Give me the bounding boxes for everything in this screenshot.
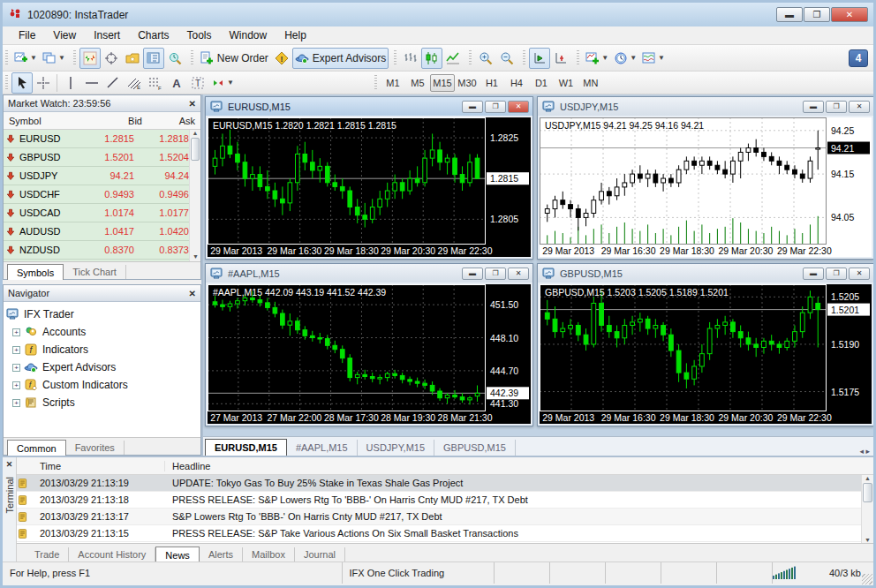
market-watch-row[interactable]: EURJPY120.75120.78 xyxy=(4,260,200,261)
menu-item-view[interactable]: View xyxy=(44,27,85,43)
scroll-up-icon[interactable]: ▲ xyxy=(862,475,873,481)
expand-plus-icon[interactable]: + xyxy=(12,346,20,354)
auto-scroll-button[interactable] xyxy=(529,48,550,69)
restore-button[interactable]: ❐ xyxy=(804,7,830,22)
navigator-item-accounts[interactable]: +Accounts xyxy=(5,323,199,341)
navigator-item-scripts[interactable]: +Scripts xyxy=(5,394,199,411)
chart-restore-button[interactable]: ❐ xyxy=(485,101,506,113)
chart-restore-button[interactable]: ❐ xyxy=(485,268,506,280)
chart-canvas[interactable]: GBPUSD,M15 1.5203 1.5205 1.5189 1.52011.… xyxy=(540,284,872,424)
crosshair-tool-button[interactable] xyxy=(33,72,54,94)
menu-item-insert[interactable]: Insert xyxy=(85,27,129,43)
timeframe-mn[interactable]: MN xyxy=(578,74,603,92)
news-row[interactable]: 2013/03/29 21:13:17S&P Lowers Rtg To 'BB… xyxy=(17,509,861,525)
scrollbar-thumb[interactable] xyxy=(863,483,872,502)
chart-close-button[interactable]: ✕ xyxy=(508,101,529,113)
chart-restore-button[interactable]: ❐ xyxy=(826,101,847,113)
chart-tab-eurusdm15[interactable]: EURUSD,M15 xyxy=(205,439,287,456)
chart-canvas[interactable]: EURUSD,M15 1.2820 1.2821 1.2815 1.28151.… xyxy=(208,117,531,257)
expand-plus-icon[interactable]: + xyxy=(12,399,20,407)
tab-tick-chart[interactable]: Tick Chart xyxy=(64,265,126,279)
timeframe-w1[interactable]: W1 xyxy=(554,74,578,92)
chart-tab-aaplm15[interactable]: #AAPL,M15 xyxy=(287,440,358,456)
profiles-button[interactable]: ▼ xyxy=(40,48,68,69)
timeframe-m30[interactable]: M30 xyxy=(455,74,480,92)
market-watch-row[interactable]: GBPUSD1.52011.5204 xyxy=(4,148,200,167)
chart-minimize-button[interactable]: ▬ xyxy=(803,268,824,280)
timeframe-m15[interactable]: M15 xyxy=(430,74,455,92)
chart-minimize-button[interactable]: ▬ xyxy=(462,101,483,113)
timeframe-h1[interactable]: H1 xyxy=(480,74,504,92)
chart-plot[interactable]: USDJPY,M15 94.21 94.25 94.16 94.2194.259… xyxy=(540,117,872,257)
strategy-tester-button[interactable] xyxy=(164,48,185,69)
market-watch-row[interactable]: NZDUSD0.83700.8373 xyxy=(4,241,200,260)
chart-minimize-button[interactable]: ▬ xyxy=(803,101,824,113)
terminal-tab-account-history[interactable]: Account History xyxy=(69,547,155,562)
market-watch-row[interactable]: USDJPY94.2194.24 xyxy=(4,167,200,185)
chart-tab-usdjpym15[interactable]: USDJPY,M15 xyxy=(358,440,434,456)
zoom-in-button[interactable] xyxy=(475,48,496,69)
chevron-down-icon[interactable]: ▼ xyxy=(58,54,65,62)
fibonacci-button[interactable]: F xyxy=(145,72,166,94)
notifications-badge[interactable]: 4 xyxy=(849,49,868,67)
chart-minimize-button[interactable]: ▬ xyxy=(462,268,483,280)
indicators-button[interactable]: ▼ xyxy=(583,48,611,69)
horizontal-line-button[interactable] xyxy=(81,72,102,94)
navigator-item-indicators[interactable]: +fIndicators xyxy=(5,341,199,358)
equidistant-channel-button[interactable]: E xyxy=(124,72,145,94)
expand-plus-icon[interactable]: + xyxy=(12,381,20,389)
trendline-button[interactable] xyxy=(102,72,124,94)
terminal-tab-trade[interactable]: Trade xyxy=(26,547,69,562)
resize-grip[interactable] xyxy=(862,574,872,584)
chevron-down-icon[interactable]: ▼ xyxy=(630,54,637,62)
status-trading-mode[interactable]: IFX One Click Trading xyxy=(343,562,495,584)
templates-button[interactable]: ▼ xyxy=(639,48,668,69)
timeframe-m5[interactable]: M5 xyxy=(405,74,430,92)
scroll-down-icon[interactable]: ▼ xyxy=(193,253,199,260)
market-watch-row[interactable]: AUDUSD1.04171.0420 xyxy=(4,222,200,241)
tab-common[interactable]: Common xyxy=(7,440,66,456)
zoom-out-button[interactable] xyxy=(496,48,517,69)
chart-window-title-bar[interactable]: #AAPL,M15▬❐✕ xyxy=(206,264,532,283)
chevron-down-icon[interactable]: ▼ xyxy=(227,79,234,87)
chart-close-button[interactable]: ✕ xyxy=(849,268,870,280)
chart-bars-button[interactable] xyxy=(400,48,421,69)
tab-symbols[interactable]: Symbols xyxy=(7,264,64,280)
navigator-close-icon[interactable]: ✕ xyxy=(189,289,196,298)
expert-advisors-button[interactable]: Expert Advisors xyxy=(292,48,389,69)
chevron-down-icon[interactable]: ▼ xyxy=(658,54,665,62)
chart-window-title-bar[interactable]: GBPUSD,M15▬❐✕ xyxy=(538,264,873,283)
market-watch-row[interactable]: EURUSD1.28151.2818 xyxy=(4,130,200,148)
favorites-button[interactable] xyxy=(122,48,143,69)
periods-button[interactable]: ▼ xyxy=(611,48,639,69)
market-watch-close-icon[interactable]: ✕ xyxy=(189,99,196,109)
terminal-tab-journal[interactable]: Journal xyxy=(295,547,345,562)
news-row[interactable]: 2013/03/29 21:13:18PRESS RELEASE: S&P Lo… xyxy=(17,492,861,509)
news-row[interactable]: 2013/03/29 21:13:15PRESS RELEASE: S&P Ta… xyxy=(17,525,861,542)
chart-plot[interactable]: GBPUSD,M15 1.5203 1.5205 1.5189 1.52011.… xyxy=(540,284,872,424)
menu-item-window[interactable]: Window xyxy=(221,27,276,43)
news-row[interactable]: 2013/03/29 21:13:19UPDATE: Tokyo Gas To … xyxy=(17,475,861,492)
terminal-tab-news[interactable]: News xyxy=(155,547,200,562)
chart-window-title-bar[interactable]: EURUSD,M15▬❐✕ xyxy=(206,97,532,116)
new-chart-button[interactable]: ▼ xyxy=(11,48,40,69)
chart-line-button[interactable] xyxy=(442,48,464,69)
chart-close-button[interactable]: ✕ xyxy=(849,101,870,113)
timeframe-h4[interactable]: H4 xyxy=(504,74,529,92)
chart-candles-button[interactable] xyxy=(421,48,442,69)
news-scrollbar[interactable]: ▲ ▼ xyxy=(861,475,873,543)
text-button[interactable]: A xyxy=(166,72,187,94)
terminal-tab-alerts[interactable]: Alerts xyxy=(200,547,243,562)
menu-item-help[interactable]: Help xyxy=(276,27,315,43)
menu-item-file[interactable]: File xyxy=(10,27,44,43)
chart-close-button[interactable]: ✕ xyxy=(508,268,529,280)
scroll-down-icon[interactable]: ▼ xyxy=(862,537,873,543)
chevron-down-icon[interactable]: ▼ xyxy=(30,54,37,62)
navigator-item-custom-indicators[interactable]: +fCustom Indicators xyxy=(5,376,199,394)
column-ask[interactable]: Ask xyxy=(147,116,200,126)
market-watch-row[interactable]: USDCHF0.94930.9496 xyxy=(4,185,200,204)
expand-plus-icon[interactable]: + xyxy=(12,364,20,372)
column-symbol[interactable]: Symbol xyxy=(4,116,81,126)
chart-canvas[interactable]: #AAPL,M15 442.09 443.19 441.52 442.39451… xyxy=(208,284,531,424)
scroll-up-icon[interactable]: ▲ xyxy=(193,130,199,136)
